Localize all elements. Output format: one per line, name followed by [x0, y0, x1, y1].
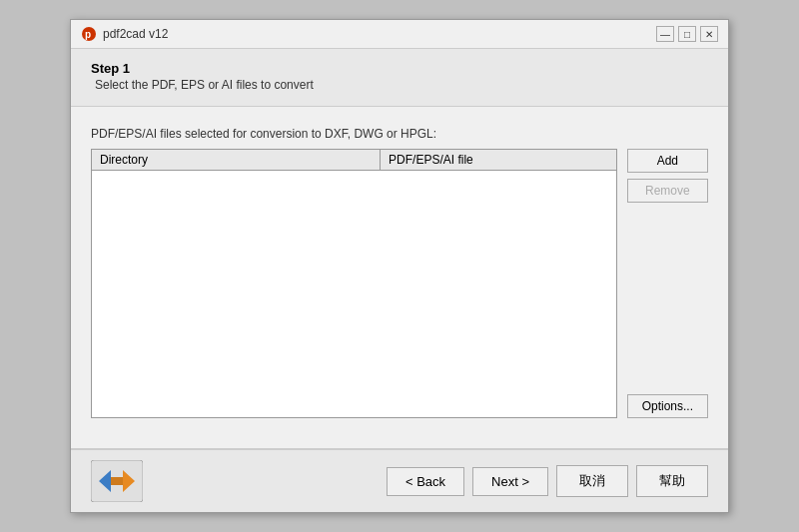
title-buttons: — □ ✕ [656, 26, 718, 42]
title-bar: p pdf2cad v12 — □ ✕ [71, 20, 728, 49]
back-button[interactable]: < Back [387, 467, 464, 496]
footer: < Back Next > 取消 幫助 [71, 448, 728, 512]
files-label: PDF/EPS/AI files selected for conversion… [91, 127, 708, 141]
step-subtitle: Select the PDF, EPS or AI files to conve… [95, 78, 708, 92]
svg-text:p: p [85, 29, 91, 40]
col-file: PDF/EPS/AI file [381, 150, 616, 171]
main-window: p pdf2cad v12 — □ ✕ Step 1 Select the PD… [70, 19, 729, 513]
file-table: Directory PDF/EPS/AI file [92, 150, 616, 171]
close-button[interactable]: ✕ [700, 26, 718, 42]
window-title: pdf2cad v12 [103, 27, 168, 41]
step-title: Step 1 [91, 61, 708, 76]
cancel-button[interactable]: 取消 [556, 465, 628, 497]
app-icon: p [81, 26, 97, 42]
help-button[interactable]: 幫助 [636, 465, 708, 497]
minimize-button[interactable]: — [656, 26, 674, 42]
col-directory: Directory [92, 150, 381, 171]
title-bar-left: p pdf2cad v12 [81, 26, 168, 42]
content-area: PDF/EPS/AI files selected for conversion… [71, 107, 728, 428]
next-button[interactable]: Next > [472, 467, 548, 496]
step-header: Step 1 Select the PDF, EPS or AI files t… [71, 49, 728, 107]
file-table-wrapper: Directory PDF/EPS/AI file [91, 149, 617, 418]
options-button[interactable]: Options... [627, 394, 708, 418]
side-buttons: Add Remove Options... [627, 149, 708, 418]
remove-button[interactable]: Remove [627, 179, 708, 203]
maximize-button[interactable]: □ [678, 26, 696, 42]
app-logo [91, 460, 143, 502]
files-section: Directory PDF/EPS/AI file Add Remove Opt… [91, 149, 708, 418]
add-button[interactable]: Add [627, 149, 708, 173]
